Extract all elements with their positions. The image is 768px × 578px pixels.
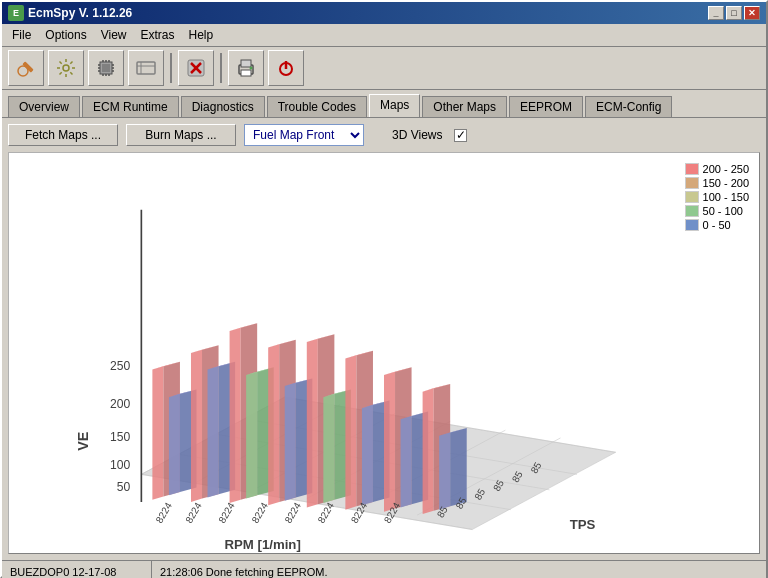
svg-text:TPS: TPS [570,517,596,532]
chart-svg: 250 200 150 100 50 VE RPM [1/min] TPS 82… [9,153,759,553]
svg-text:50: 50 [117,480,131,494]
3d-views-checkbox[interactable]: ✓ [454,129,467,142]
fetch-maps-button[interactable]: Fetch Maps ... [8,124,118,146]
legend-color-100-150 [685,191,699,203]
menu-file[interactable]: File [6,26,37,44]
svg-point-2 [63,65,69,71]
legend-color-150-200 [685,177,699,189]
fuel-map-select[interactable]: Fuel Map Front Fuel Map Rear Idle Map Ac… [244,124,364,146]
maximize-button[interactable]: □ [726,6,742,20]
tab-maps[interactable]: Maps [369,94,420,117]
chip-button[interactable] [88,50,124,86]
svg-marker-96 [450,428,467,506]
svg-rect-25 [137,62,155,74]
svg-line-7 [60,62,62,64]
toolbar [2,47,766,90]
main-window: E EcmSpy V. 1.12.26 _ □ ✕ File Options V… [0,0,768,578]
tab-overview[interactable]: Overview [8,96,80,117]
legend-color-200-250 [685,163,699,175]
legend-label-150-200: 150 - 200 [703,177,749,189]
svg-text:RPM [1/min]: RPM [1/min] [224,537,300,552]
status-bar: BUEZDOP0 12-17-08 21:28:06 Done fetching… [2,560,766,578]
burn-maps-button[interactable]: Burn Maps ... [126,124,236,146]
svg-marker-80 [345,355,356,509]
close-button[interactable]: ✕ [744,6,760,20]
power-button[interactable] [268,50,304,86]
menu-view[interactable]: View [95,26,133,44]
legend-label-50-100: 50 - 100 [703,205,743,217]
menu-options[interactable]: Options [39,26,92,44]
title-bar: E EcmSpy V. 1.12.26 _ □ ✕ [2,2,766,24]
tab-other-maps[interactable]: Other Maps [422,96,507,117]
legend-label-100-150: 100 - 150 [703,191,749,203]
svg-text:250: 250 [110,359,130,373]
chart-legend: 200 - 250 150 - 200 100 - 150 50 - 100 [685,163,749,233]
svg-marker-50 [152,366,163,499]
svg-rect-32 [241,60,251,67]
maps-toolbar: Fetch Maps ... Burn Maps ... Fuel Map Fr… [8,124,760,146]
toolbar-separator-2 [220,53,222,83]
views-label: 3D Views [392,128,442,142]
window-title: EcmSpy V. 1.12.26 [28,6,132,20]
legend-color-0-50 [685,219,699,231]
app-icon: E [8,5,24,21]
svg-marker-74 [307,339,318,508]
menu-bar: File Options View Extras Help [2,24,766,47]
tab-eeprom[interactable]: EEPROM [509,96,583,117]
svg-marker-53 [169,394,180,495]
svg-marker-83 [362,405,373,505]
status-message: 21:28:06 Done fetching EEPROM. [152,561,766,578]
title-buttons: _ □ ✕ [708,6,760,20]
svg-line-9 [70,62,72,64]
svg-text:200: 200 [110,397,130,411]
svg-marker-65 [246,372,257,499]
status-device: BUEZDOP0 12-17-08 [2,561,152,578]
tabs-bar: Overview ECM Runtime Diagnostics Trouble… [2,90,766,117]
svg-marker-62 [230,328,241,503]
minimize-button[interactable]: _ [708,6,724,20]
transfer-button[interactable] [128,50,164,86]
svg-marker-86 [384,372,395,512]
tab-ecm-config[interactable]: ECM-Config [585,96,672,117]
svg-marker-89 [401,416,412,508]
svg-line-8 [70,72,72,74]
chart-container: 250 200 150 100 50 VE RPM [1/min] TPS 82… [8,152,760,554]
toolbar-separator-1 [170,53,172,83]
svg-marker-77 [323,394,334,503]
tab-diagnostics[interactable]: Diagnostics [181,96,265,117]
tab-trouble-codes[interactable]: Trouble Codes [267,96,367,117]
menu-extras[interactable]: Extras [135,26,181,44]
legend-item-100-150: 100 - 150 [685,191,749,203]
menu-help[interactable]: Help [183,26,220,44]
legend-color-50-100 [685,205,699,217]
legend-label-0-50: 0 - 50 [703,219,731,231]
legend-label-200-250: 200 - 250 [703,163,749,175]
legend-item-150-200: 150 - 200 [685,177,749,189]
chart-inner: 250 200 150 100 50 VE RPM [1/min] TPS 82… [9,153,759,553]
svg-marker-95 [439,432,450,509]
legend-item-0-50: 0 - 50 [685,219,749,231]
svg-marker-68 [268,344,279,505]
svg-rect-12 [102,64,110,72]
svg-marker-71 [285,383,296,501]
svg-text:150: 150 [110,430,130,444]
legend-item-50-100: 50 - 100 [685,205,749,217]
svg-line-10 [60,72,62,74]
cancel-button[interactable] [178,50,214,86]
wrench-button[interactable] [8,50,44,86]
title-bar-left: E EcmSpy V. 1.12.26 [8,5,132,21]
svg-rect-33 [241,70,251,76]
fuel-map-dropdown-wrapper: Fuel Map Front Fuel Map Rear Idle Map Ac… [244,124,364,146]
svg-text:100: 100 [110,458,130,472]
tab-ecm-runtime[interactable]: ECM Runtime [82,96,179,117]
content-area: Fetch Maps ... Burn Maps ... Fuel Map Fr… [2,117,766,560]
svg-marker-59 [208,366,219,497]
svg-marker-56 [191,350,202,502]
settings-button[interactable] [48,50,84,86]
legend-item-200-250: 200 - 250 [685,163,749,175]
print-button[interactable] [228,50,264,86]
svg-point-34 [250,67,253,70]
svg-text:VE: VE [75,432,91,451]
svg-marker-92 [423,388,434,514]
